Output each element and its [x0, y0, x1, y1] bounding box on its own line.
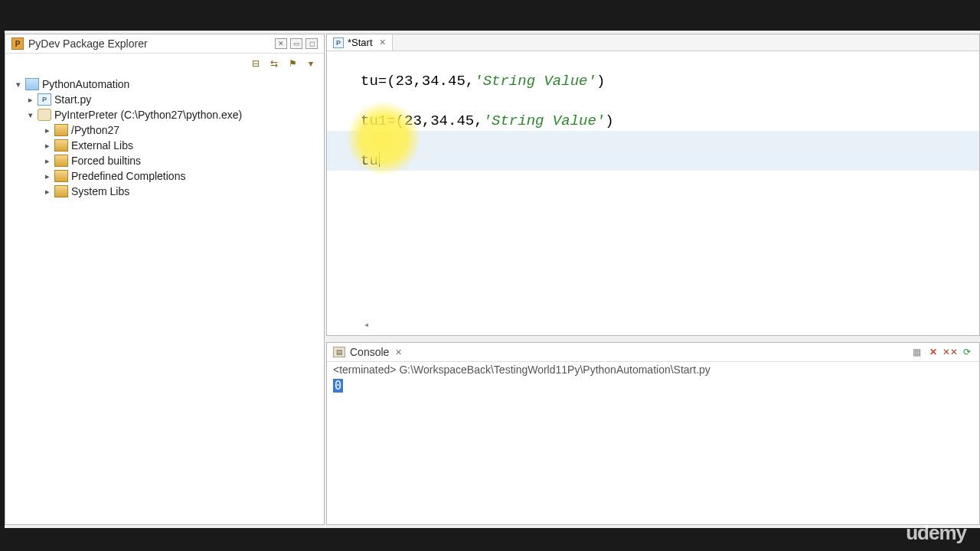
tree-file[interactable]: ▸ P Start.py [8, 92, 321, 107]
twisty-closed-icon[interactable]: ▸ [42, 141, 53, 151]
interpreter-path: (C:\Python27\python.exe) [120, 109, 242, 121]
file-label: Start.py [54, 93, 91, 106]
lib-label: Forced builtins [71, 155, 141, 167]
interpreter-icon [38, 109, 51, 121]
python-file-icon: P [38, 93, 51, 106]
code-line: tu=(23,34.45,'String Value') [327, 51, 979, 91]
lib-icon [54, 170, 68, 182]
twisty-closed-icon[interactable]: ▸ [25, 95, 36, 105]
maximize-view-icon[interactable]: ◻ [305, 38, 318, 49]
tree-lib[interactable]: ▸ System Libs [8, 184, 321, 199]
code-line-current: tu [327, 131, 979, 171]
menu-icon[interactable]: ▾ [304, 57, 318, 70]
tree-lib[interactable]: ▸ Predefined Completions [8, 168, 321, 184]
console-title: Console [350, 346, 389, 358]
twisty-closed-icon[interactable]: ▸ [42, 171, 53, 181]
console-icon: ▤ [333, 347, 345, 357]
lib-icon [54, 155, 68, 167]
relaunch-icon[interactable]: ⟳ [961, 346, 973, 358]
twisty-open-icon[interactable]: ▾ [13, 80, 24, 90]
editor-tab-bar: P *Start ✕ [327, 34, 979, 51]
code-editor[interactable]: tu=(23,34.45,'String Value') tu1=(23,34.… [327, 51, 979, 335]
editor-tab[interactable]: P *Start ✕ [327, 34, 393, 51]
text-cursor [379, 152, 380, 167]
twisty-open-icon[interactable]: ▾ [25, 110, 36, 120]
lib-label: System Libs [71, 185, 129, 197]
interpreter-label: PyInterPreter [54, 109, 117, 121]
collapse-all-icon[interactable]: ⊟ [249, 57, 263, 70]
console-panel: ▤ Console ✕ ▦ ✕ ✕✕ ⟳ <terminated> G:\Wor… [326, 342, 980, 525]
right-area: P *Start ✕ tu=(23,34.45,'String Value') … [326, 34, 980, 525]
console-header: ▤ Console ✕ ▦ ✕ ✕✕ ⟳ [327, 343, 979, 362]
twisty-closed-icon[interactable]: ▸ [42, 187, 53, 197]
explorer-header: P PyDev Package Explorer ✕ ▭ ◻ [5, 34, 324, 54]
project-label: PythonAutomation [42, 78, 129, 90]
workbench: P PyDev Package Explorer ✕ ▭ ◻ ⊟ ⇆ ⚑ ▾ ▾… [5, 31, 980, 528]
tree-lib[interactable]: ▸ Forced builtins [8, 153, 321, 168]
tree-lib[interactable]: ▸ External Libs [8, 138, 321, 153]
lib-label: External Libs [71, 139, 133, 152]
code-line: tu1=(23,34.45,'String Value') [327, 91, 979, 131]
udemy-watermark: udemy [906, 521, 966, 545]
tab-label: *Start [348, 37, 373, 48]
lib-label: /Python27 [71, 124, 119, 136]
close-view-icon[interactable]: ✕ [275, 38, 287, 49]
project-tree[interactable]: ▾ PythonAutomation ▸ P Start.py ▾ PyInte… [5, 73, 324, 524]
minimize-view-icon[interactable]: ▭ [290, 38, 302, 49]
tree-lib[interactable]: ▸ /Python27 [8, 122, 321, 138]
tree-interpreter[interactable]: ▾ PyInterPreter (C:\Python27\python.exe) [8, 107, 321, 122]
lib-label: Predefined Completions [71, 170, 185, 182]
twisty-closed-icon[interactable]: ▸ [42, 156, 53, 166]
console-output-value: 0 [333, 379, 343, 393]
pin-console-icon[interactable]: ▦ [910, 346, 923, 358]
lib-icon [54, 124, 68, 136]
pydev-icon: P [11, 37, 24, 50]
editor-panel: P *Start ✕ tu=(23,34.45,'String Value') … [326, 34, 980, 336]
package-explorer-panel: P PyDev Package Explorer ✕ ▭ ◻ ⊟ ⇆ ⚑ ▾ ▾… [5, 34, 325, 525]
remove-all-terminated-icon[interactable]: ✕✕ [944, 346, 956, 358]
close-console-icon[interactable]: ✕ [395, 347, 402, 357]
project-icon [25, 78, 39, 90]
link-editor-icon[interactable]: ⇆ [267, 57, 281, 70]
explorer-title: PyDev Package Explorer [28, 37, 272, 50]
console-status: <terminated> G:\WorkspaceBack\TestingWor… [327, 362, 979, 377]
overview-ruler-icon[interactable]: ◂ [364, 319, 369, 331]
close-tab-icon[interactable]: ✕ [379, 37, 386, 47]
twisty-closed-icon[interactable]: ▸ [42, 126, 53, 135]
lib-icon [54, 185, 68, 197]
lib-icon [54, 139, 68, 152]
filter-icon[interactable]: ⚑ [286, 57, 299, 70]
python-file-icon: P [333, 37, 344, 48]
tree-project[interactable]: ▾ PythonAutomation [8, 77, 321, 92]
console-output[interactable]: 0 [327, 377, 979, 394]
terminate-icon[interactable]: ✕ [927, 346, 939, 358]
explorer-toolbar: ⊟ ⇆ ⚑ ▾ [5, 54, 324, 73]
